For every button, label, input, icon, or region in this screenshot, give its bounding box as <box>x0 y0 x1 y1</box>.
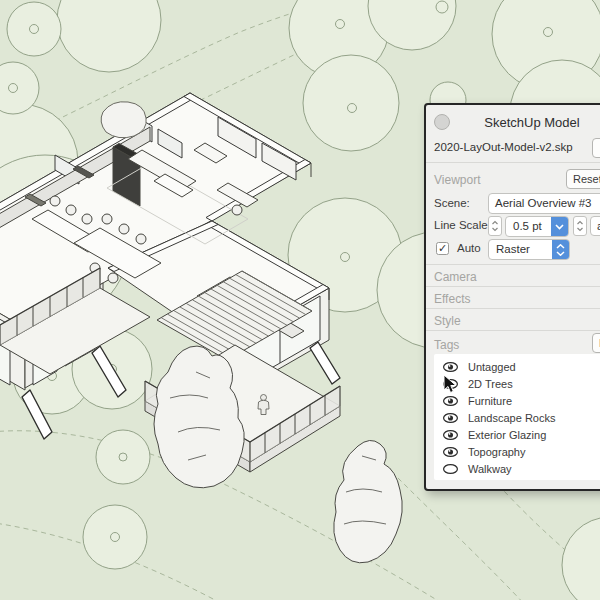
eye-visibility-icon[interactable] <box>442 412 459 424</box>
stepper-chevrons-icon <box>491 220 499 232</box>
eye-visibility-icon[interactable] <box>442 361 459 373</box>
tag-row-untagged: Untagged <box>434 358 600 375</box>
line-scale-combo[interactable]: 0.5 pt <box>505 216 569 237</box>
tag-label: Untagged <box>468 361 516 373</box>
camera-section-header[interactable]: Camera <box>434 270 477 284</box>
tags-reset-all-button[interactable]: Reset All <box>592 333 600 353</box>
style-section-header[interactable]: Style <box>434 314 461 328</box>
tag-label: Furniture <box>468 395 512 407</box>
tag-label: Landscape Rocks <box>468 412 555 424</box>
layout-document-canvas[interactable]: SketchUp Model 2020-LayOut-Model-v2.skp … <box>0 0 600 600</box>
tag-label: Topography <box>468 446 526 458</box>
line-scale-stepper[interactable] <box>488 216 502 236</box>
divider <box>426 264 600 265</box>
eye-visibility-icon[interactable] <box>442 395 459 407</box>
tag-label: Walkway <box>468 463 512 475</box>
spinner-button[interactable] <box>552 240 569 259</box>
viewport-reset-all-button[interactable]: Reset All <box>566 169 600 189</box>
line-scale-auto-field[interactable]: auto <box>590 216 600 236</box>
auto-checkbox-label: Auto <box>457 242 481 254</box>
panel-title: SketchUp Model <box>462 115 600 130</box>
auto-render-checkbox[interactable]: ✓ <box>436 242 449 255</box>
eye-visibility-icon[interactable] <box>442 446 459 458</box>
model-options-button[interactable] <box>592 138 600 158</box>
mouse-cursor <box>443 374 459 396</box>
tag-row-landscape-rocks: Landscape Rocks <box>434 409 600 426</box>
tag-row-topography: Topography <box>434 443 600 460</box>
bush-blob <box>101 102 146 138</box>
dropdown-arrow-button[interactable] <box>551 217 568 236</box>
stepper-chevrons-icon <box>576 220 584 232</box>
desk-chair <box>232 205 242 215</box>
chevron-down-icon <box>555 224 564 230</box>
tag-label: Exterior Glazing <box>468 429 546 441</box>
chevron-up-down-icon <box>556 244 565 256</box>
divider <box>426 330 600 331</box>
render-mode-dropdown[interactable]: Raster <box>488 239 570 260</box>
effects-section-header[interactable]: Effects <box>434 292 470 306</box>
scene-dropdown[interactable]: Aerial Overview #3 <box>488 193 600 214</box>
panel-collapse-button[interactable] <box>434 114 450 130</box>
scene-label: Scene: <box>434 197 470 209</box>
divider <box>426 162 600 163</box>
tag-row-exterior-glazing: Exterior Glazing <box>434 426 600 443</box>
line-scale-value: 0.5 pt <box>513 220 542 232</box>
eye-visibility-icon[interactable] <box>442 429 459 441</box>
checkmark-icon: ✓ <box>437 243 448 254</box>
model-filename: 2020-LayOut-Model-v2.skp <box>434 141 573 153</box>
line-scale-label: Line Scale: <box>434 219 491 231</box>
render-mode-value: Raster <box>496 243 530 255</box>
divider <box>426 308 600 309</box>
tag-label: 2D Trees <box>468 378 513 390</box>
tags-list: Untagged 2D Trees Furniture Landscape Ro… <box>434 354 600 480</box>
divider <box>426 286 600 287</box>
eye-visibility-icon[interactable] <box>442 463 459 475</box>
line-scale-auto-stepper[interactable] <box>573 216 587 236</box>
tags-section-header[interactable]: Tags <box>434 338 459 352</box>
sketchup-model-panel: SketchUp Model 2020-LayOut-Model-v2.skp … <box>424 103 600 491</box>
viewport-section-header: Viewport <box>434 173 480 187</box>
tag-row-walkway: Walkway <box>434 460 600 477</box>
